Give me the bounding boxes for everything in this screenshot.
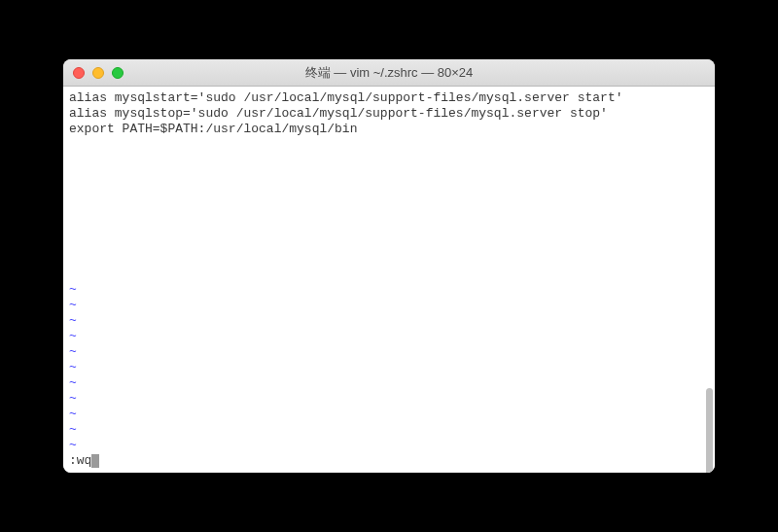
maximize-button[interactable]	[112, 67, 124, 79]
vim-command: :wq	[69, 453, 91, 469]
file-content: alias mysqlstart='sudo /usr/local/mysql/…	[69, 90, 709, 137]
empty-line-tilde: ~	[69, 407, 709, 422]
close-button[interactable]	[73, 67, 85, 79]
window-title: 终端 — vim ~/.zshrc — 80×24	[63, 64, 715, 82]
empty-line-tilde: ~	[69, 329, 709, 344]
empty-line-tilde: ~	[69, 282, 709, 298]
empty-line-tilde: ~	[69, 375, 709, 391]
file-line-2: alias mysqlstop='sudo /usr/local/mysql/s…	[69, 106, 608, 121]
empty-line-tilde: ~	[69, 344, 709, 360]
empty-line-tilde: ~	[69, 298, 709, 313]
scrollbar[interactable]	[706, 388, 713, 473]
empty-line-tilde: ~	[69, 438, 709, 453]
terminal-window: 终端 — vim ~/.zshrc — 80×24 alias mysqlsta…	[63, 59, 715, 473]
empty-line-tilde: ~	[69, 422, 709, 438]
minimize-button[interactable]	[92, 67, 104, 79]
titlebar: 终端 — vim ~/.zshrc — 80×24	[63, 59, 715, 87]
empty-line-tilde: ~	[69, 391, 709, 407]
file-line-1: alias mysqlstart='sudo /usr/local/mysql/…	[69, 90, 623, 105]
cursor	[91, 454, 99, 468]
empty-line-tilde: ~	[69, 360, 709, 375]
terminal-body[interactable]: alias mysqlstart='sudo /usr/local/mysql/…	[63, 87, 715, 473]
file-line-3: export PATH=$PATH:/usr/local/mysql/bin	[69, 122, 357, 136]
command-line: :wq	[69, 453, 709, 469]
traffic-lights	[63, 67, 124, 79]
empty-line-tilde: ~	[69, 313, 709, 329]
tilde-section: ~~~~~~~~~~~	[69, 137, 709, 453]
